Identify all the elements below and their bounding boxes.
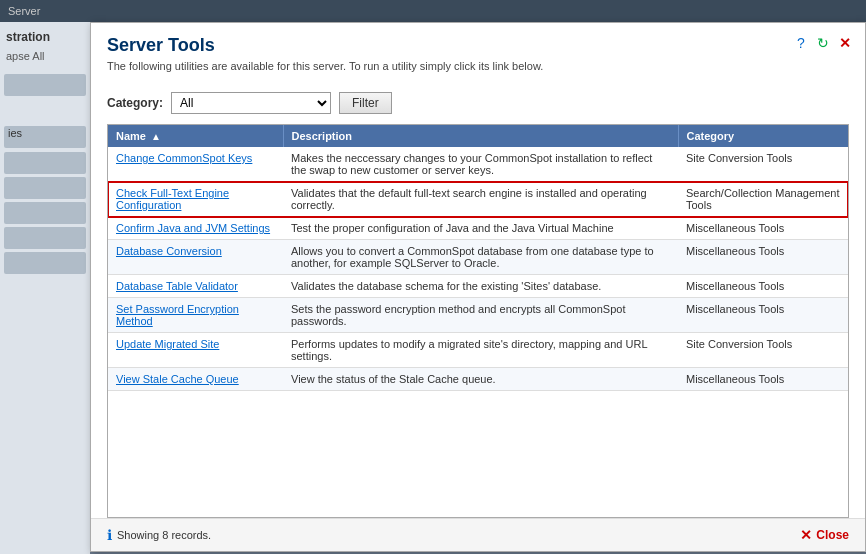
footer-info: ℹ Showing 8 records. bbox=[107, 527, 211, 543]
cell-category: Miscellaneous Tools bbox=[678, 275, 848, 298]
dialog-header: Server Tools The following utilities are… bbox=[91, 23, 865, 86]
footer-records-text: Showing 8 records. bbox=[117, 529, 211, 541]
dialog-footer: ℹ Showing 8 records. ✕ Close bbox=[91, 518, 865, 551]
cell-category: Miscellaneous Tools bbox=[678, 217, 848, 240]
sort-arrow-name: ▲ bbox=[151, 131, 161, 142]
filter-label: Category: bbox=[107, 96, 163, 110]
sidebar-item-5 bbox=[4, 202, 86, 224]
refresh-icon[interactable]: ↻ bbox=[815, 35, 831, 51]
sidebar-item-2: ies bbox=[4, 126, 86, 148]
sidebar-item-2-label: ies bbox=[4, 127, 22, 139]
sidebar-item-7 bbox=[4, 252, 86, 274]
dialog-subtitle: The following utilities are available fo… bbox=[107, 60, 849, 72]
cell-name: Database Conversion bbox=[108, 240, 283, 275]
table-header-row: Name ▲ Description Category bbox=[108, 125, 848, 147]
tools-table: Name ▲ Description Category Change Commo… bbox=[108, 125, 848, 391]
cell-description: View the status of the Stale Cache queue… bbox=[283, 368, 678, 391]
cell-category: Miscellaneous Tools bbox=[678, 240, 848, 275]
tool-link[interactable]: Database Conversion bbox=[116, 245, 222, 257]
cell-description: Test the proper configuration of Java an… bbox=[283, 217, 678, 240]
dialog-icon-bar: ? ↻ ✕ bbox=[793, 35, 853, 51]
header-close-icon[interactable]: ✕ bbox=[837, 35, 853, 51]
tool-link[interactable]: Change CommonSpot Keys bbox=[116, 152, 252, 164]
info-icon: ℹ bbox=[107, 527, 112, 543]
category-select[interactable]: All bbox=[171, 92, 331, 114]
sidebar-items: ies bbox=[0, 74, 90, 274]
col-header-name: Name ▲ bbox=[108, 125, 283, 147]
cell-name: Check Full-Text Engine Configuration bbox=[108, 182, 283, 217]
cell-description: Sets the password encryption method and … bbox=[283, 298, 678, 333]
server-tools-dialog: Server Tools The following utilities are… bbox=[90, 22, 866, 552]
col-header-description: Description bbox=[283, 125, 678, 147]
cell-name: Database Table Validator bbox=[108, 275, 283, 298]
col-header-category: Category bbox=[678, 125, 848, 147]
tool-link[interactable]: View Stale Cache Queue bbox=[116, 373, 239, 385]
filter-button[interactable]: Filter bbox=[339, 92, 392, 114]
cell-description: Performs updates to modify a migrated si… bbox=[283, 333, 678, 368]
cell-category: Search/Collection Management Tools bbox=[678, 182, 848, 217]
sidebar-item-6 bbox=[4, 227, 86, 249]
sidebar-title: stration bbox=[0, 22, 90, 48]
tool-link[interactable]: Set Password Encryption Method bbox=[116, 303, 239, 327]
tools-table-container: Name ▲ Description Category Change Commo… bbox=[107, 124, 849, 518]
cell-category: Site Conversion Tools bbox=[678, 333, 848, 368]
cell-name: Update Migrated Site bbox=[108, 333, 283, 368]
table-body: Change CommonSpot KeysMakes the neccessa… bbox=[108, 147, 848, 391]
table-row: Set Password Encryption MethodSets the p… bbox=[108, 298, 848, 333]
tool-link[interactable]: Confirm Java and JVM Settings bbox=[116, 222, 270, 234]
cell-name: Confirm Java and JVM Settings bbox=[108, 217, 283, 240]
cell-name: Change CommonSpot Keys bbox=[108, 147, 283, 182]
cell-category: Miscellaneous Tools bbox=[678, 368, 848, 391]
dialog-title: Server Tools bbox=[107, 35, 849, 56]
table-row: View Stale Cache QueueView the status of… bbox=[108, 368, 848, 391]
sidebar-item-4 bbox=[4, 177, 86, 199]
cell-name: Set Password Encryption Method bbox=[108, 298, 283, 333]
tool-link[interactable]: Check Full-Text Engine Configuration bbox=[116, 187, 229, 211]
cell-description: Allows you to convert a CommonSpot datab… bbox=[283, 240, 678, 275]
table-row: Check Full-Text Engine ConfigurationVali… bbox=[108, 182, 848, 217]
table-row: Database Table ValidatorValidates the da… bbox=[108, 275, 848, 298]
sidebar-item-3 bbox=[4, 152, 86, 174]
top-bar-text: Server bbox=[8, 5, 40, 17]
collapse-all-label[interactable]: apse All bbox=[0, 48, 90, 64]
close-label: Close bbox=[816, 528, 849, 542]
sidebar-item-1 bbox=[4, 74, 86, 96]
cell-category: Miscellaneous Tools bbox=[678, 298, 848, 333]
table-row: Confirm Java and JVM SettingsTest the pr… bbox=[108, 217, 848, 240]
help-icon[interactable]: ? bbox=[793, 35, 809, 51]
table-row: Database ConversionAllows you to convert… bbox=[108, 240, 848, 275]
cell-description: Validates that the default full-text sea… bbox=[283, 182, 678, 217]
tool-link[interactable]: Update Migrated Site bbox=[116, 338, 219, 350]
cell-description: Validates the database schema for the ex… bbox=[283, 275, 678, 298]
close-x-icon: ✕ bbox=[800, 527, 812, 543]
sidebar: stration apse All ies bbox=[0, 22, 90, 554]
table-row: Update Migrated SitePerforms updates to … bbox=[108, 333, 848, 368]
close-button[interactable]: ✕ Close bbox=[800, 527, 849, 543]
cell-name: View Stale Cache Queue bbox=[108, 368, 283, 391]
filter-row: Category: All Filter bbox=[91, 86, 865, 124]
top-bar: Server bbox=[0, 0, 866, 22]
table-row: Change CommonSpot KeysMakes the neccessa… bbox=[108, 147, 848, 182]
cell-category: Site Conversion Tools bbox=[678, 147, 848, 182]
tool-link[interactable]: Database Table Validator bbox=[116, 280, 238, 292]
cell-description: Makes the neccessary changes to your Com… bbox=[283, 147, 678, 182]
